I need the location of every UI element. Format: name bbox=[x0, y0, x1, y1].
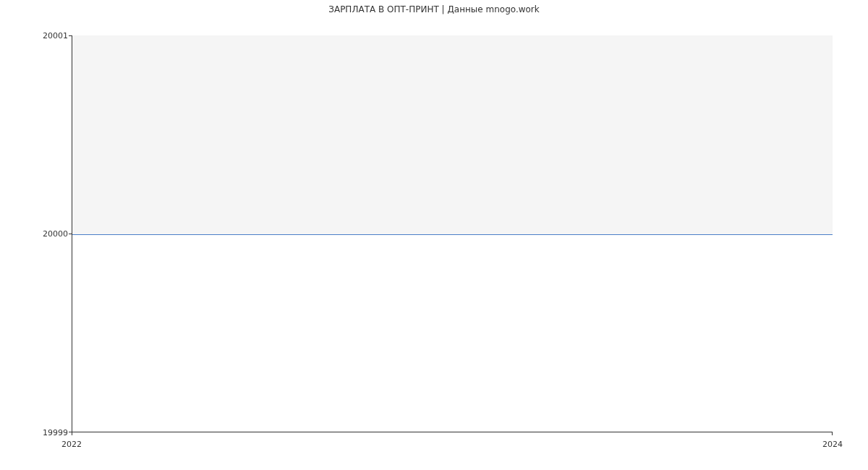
data-line bbox=[72, 234, 833, 235]
x-tick-label: 2024 bbox=[822, 440, 843, 449]
plot-area bbox=[72, 35, 833, 432]
y-tick-label: 19999 bbox=[43, 428, 68, 437]
plot-background-upper bbox=[72, 35, 833, 234]
y-tick-label: 20000 bbox=[43, 229, 68, 239]
y-tick-mark bbox=[69, 35, 72, 36]
y-tick-label: 20001 bbox=[43, 31, 68, 40]
y-axis-line bbox=[72, 35, 72, 432]
x-axis-line bbox=[72, 432, 833, 432]
chart-title: ЗАРПЛАТА В ОПТ-ПРИНТ | Данные mnogo.work bbox=[0, 4, 868, 14]
x-tick-label: 2022 bbox=[61, 440, 82, 449]
y-tick-mark bbox=[69, 234, 72, 234]
x-tick-mark bbox=[832, 432, 833, 435]
x-tick-mark bbox=[72, 432, 72, 435]
